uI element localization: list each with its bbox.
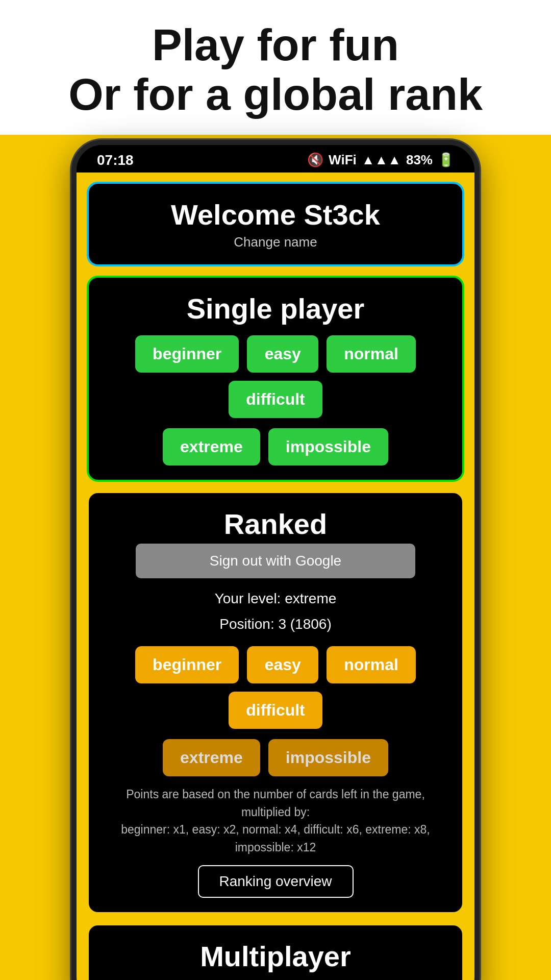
status-time: 07:18 [97,152,134,168]
single-beginner-button[interactable]: beginner [135,335,239,373]
mute-icon: 🔇 [307,152,323,168]
single-impossible-button[interactable]: impossible [268,428,388,465]
ranked-easy-button[interactable]: easy [247,646,318,683]
rank-level: Your level: extreme [101,587,450,610]
multiplayer-card: Multiplayer [87,923,464,980]
single-extreme-button[interactable]: extreme [163,428,260,465]
ranked-difficult-button[interactable]: difficult [229,692,322,729]
single-player-buttons-row1: beginner easy normal difficult [101,335,450,418]
hero-title-line2: Or for a global rank [15,70,536,119]
single-easy-button[interactable]: easy [247,335,318,373]
status-icons: 🔇 WiFi ▲▲▲ 83% 🔋 [307,152,454,168]
ranked-buttons-row1: beginner easy normal difficult [101,646,450,729]
ranked-title: Ranked [101,507,450,541]
phone-wrapper: 07:18 🔇 WiFi ▲▲▲ 83% 🔋 Welcome St3ck Cha… [0,135,551,980]
sign-out-label: Sign out with Google [210,553,341,569]
welcome-title: Welcome St3ck [101,198,450,231]
ranked-beginner-button[interactable]: beginner [135,646,239,683]
ranked-normal-button[interactable]: normal [327,646,416,683]
ranking-overview-button[interactable]: Ranking overview [198,865,354,898]
ranked-buttons-row2: extreme impossible [101,739,450,776]
wifi-icon: WiFi [329,152,357,168]
rank-position: Position: 3 (1806) [101,613,450,636]
single-difficult-button[interactable]: difficult [229,381,322,418]
multiplayer-title: Multiplayer [101,940,450,973]
ranked-extreme-button[interactable]: extreme [163,739,260,776]
ranked-card: Ranked Sign out with Google Your level: … [87,491,464,915]
phone-mockup: 07:18 🔇 WiFi ▲▲▲ 83% 🔋 Welcome St3ck Cha… [71,140,480,980]
points-info-text: Points are based on the number of cards … [101,786,450,856]
sign-out-button[interactable]: Sign out with Google [136,544,415,578]
welcome-card: Welcome St3ck Change name [87,182,464,266]
phone-content: Welcome St3ck Change name Single player … [77,173,474,980]
single-player-card: Single player beginner easy normal diffi… [87,276,464,482]
ranked-impossible-button[interactable]: impossible [268,739,388,776]
change-name-link[interactable]: Change name [101,234,450,250]
battery-text: 83% [406,152,433,168]
battery-icon: 🔋 [438,152,454,168]
hero-section: Play for fun Or for a global rank [0,0,551,135]
single-player-title: Single player [101,292,450,325]
hero-title-line1: Play for fun [15,20,536,70]
single-player-buttons-row2: extreme impossible [101,428,450,465]
signal-icon: ▲▲▲ [362,152,401,168]
status-bar: 07:18 🔇 WiFi ▲▲▲ 83% 🔋 [77,145,474,173]
single-normal-button[interactable]: normal [327,335,416,373]
